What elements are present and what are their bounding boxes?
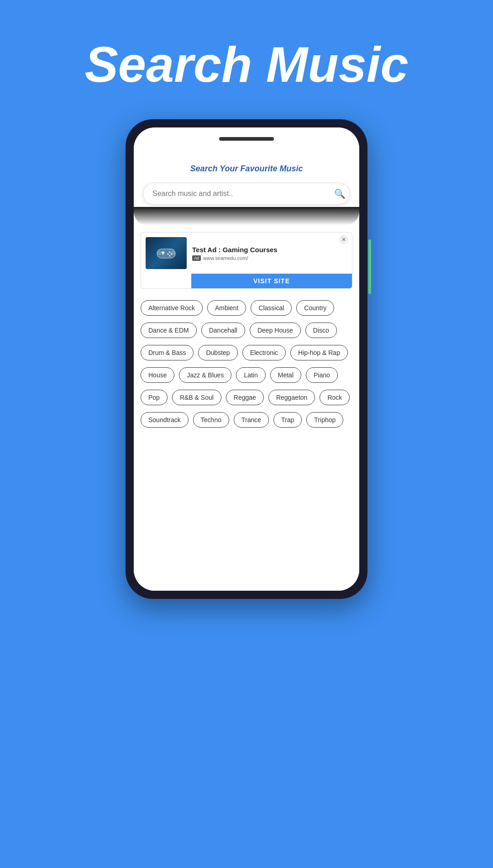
ad-badge-row: Ad www.seamedu.com/ xyxy=(192,255,347,261)
genre-tag[interactable]: Disco xyxy=(305,323,337,338)
genre-tag[interactable]: Reggaeton xyxy=(268,390,315,405)
genre-tag[interactable]: Country xyxy=(296,300,334,316)
phone-mockup: Search Your Favourite Music 🔍 × xyxy=(0,119,493,599)
search-button[interactable]: 🔍 xyxy=(334,188,346,199)
svg-point-9 xyxy=(172,251,174,255)
search-shadow xyxy=(134,207,359,225)
genre-tag[interactable]: Alternative Rock xyxy=(141,300,203,316)
ad-visit-button[interactable]: VISIT SITE xyxy=(191,274,352,288)
ad-url: www.seamedu.com/ xyxy=(203,255,248,261)
screen-bottom-bar xyxy=(134,437,359,450)
ad-image xyxy=(146,237,187,269)
phone-frame: Search Your Favourite Music 🔍 × xyxy=(126,119,367,599)
genre-tag[interactable]: Piano xyxy=(306,367,338,383)
genre-tag[interactable]: Techno xyxy=(193,412,229,428)
genres-row: Alternative RockAmbientClassicalCountryD… xyxy=(141,300,352,430)
genre-tag[interactable]: Deep House xyxy=(250,323,301,338)
genre-tag[interactable]: Jazz & Blues xyxy=(179,367,231,383)
ad-content: Test Ad : Gaming Courses Ad www.seamedu.… xyxy=(141,233,352,274)
genre-tag[interactable]: Dancehall xyxy=(201,323,245,338)
svg-rect-3 xyxy=(163,251,163,255)
genre-tag[interactable]: Reggae xyxy=(226,390,264,405)
genre-tag[interactable]: Pop xyxy=(141,390,168,405)
genre-tag[interactable]: Electronic xyxy=(242,345,286,360)
search-bar-container: 🔍 xyxy=(134,183,359,205)
genre-tag[interactable]: Trance xyxy=(234,412,269,428)
search-icon: 🔍 xyxy=(334,189,346,199)
svg-point-7 xyxy=(169,255,171,257)
genre-tag[interactable]: Hip-hop & Rap xyxy=(290,345,348,360)
genre-tag[interactable]: Drum & Bass xyxy=(141,345,194,360)
ad-image-inner xyxy=(146,237,187,269)
ad-text: Test Ad : Gaming Courses Ad www.seamedu.… xyxy=(187,246,347,261)
page-title: Search Music xyxy=(0,0,493,119)
search-input[interactable] xyxy=(143,183,350,205)
scrollbar xyxy=(368,239,371,294)
genre-tag[interactable]: Dubstep xyxy=(198,345,237,360)
notch-area xyxy=(134,127,359,150)
svg-point-6 xyxy=(167,253,169,255)
genre-tag[interactable]: R&B & Soul xyxy=(172,390,221,405)
genre-tag[interactable]: Latin xyxy=(236,367,265,383)
ad-badge: Ad xyxy=(192,255,201,261)
genre-tag[interactable]: Ambient xyxy=(207,300,246,316)
ad-title: Test Ad : Gaming Courses xyxy=(192,246,347,254)
genres-container: Alternative RockAmbientClassicalCountryD… xyxy=(134,293,359,437)
genre-tag[interactable]: Rock xyxy=(320,390,350,405)
ad-close-button[interactable]: × xyxy=(339,235,348,244)
genre-tag[interactable]: Triphop xyxy=(306,412,343,428)
notch xyxy=(219,137,274,141)
genre-tag[interactable]: House xyxy=(141,367,174,383)
genre-tag[interactable]: Soundtrack xyxy=(141,412,189,428)
genre-tag[interactable]: Metal xyxy=(270,367,301,383)
phone-screen: Search Your Favourite Music 🔍 × xyxy=(134,127,359,591)
genre-tag[interactable]: Trap xyxy=(273,412,302,428)
svg-point-4 xyxy=(169,251,171,253)
app-subtitle: Search Your Favourite Music xyxy=(134,150,359,183)
genre-tag[interactable]: Dance & EDM xyxy=(141,323,197,338)
ad-banner: × xyxy=(141,232,352,289)
svg-point-8 xyxy=(158,251,161,255)
gamepad-icon xyxy=(155,245,178,261)
screen-content[interactable]: Search Your Favourite Music 🔍 × xyxy=(134,150,359,591)
genre-tag[interactable]: Classical xyxy=(251,300,292,316)
